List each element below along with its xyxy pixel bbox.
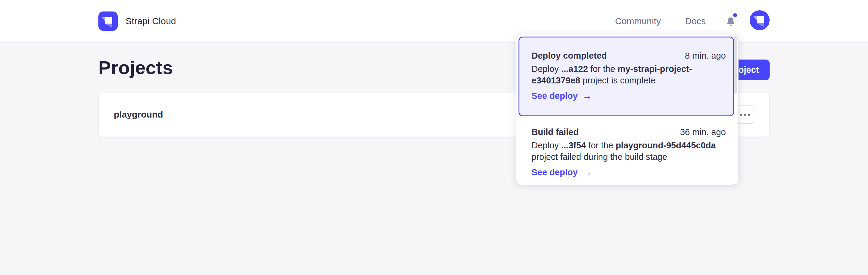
unread-indicator-dot	[733, 13, 737, 17]
page-title: Projects	[98, 57, 173, 78]
see-deploy-link[interactable]: See deploy →	[531, 167, 592, 177]
notification-timestamp: 36 min. ago	[680, 127, 726, 137]
notification-timestamp: 8 min. ago	[685, 51, 726, 61]
notification-item-build-failed[interactable]: Build failed 36 min. ago Deploy ...3f54 …	[519, 118, 734, 185]
user-avatar[interactable]	[750, 10, 770, 30]
project-more-options-button[interactable]	[736, 106, 754, 123]
notification-body: Deploy ...3f54 for the playground-95d445…	[531, 140, 726, 163]
project-name: playground	[114, 109, 163, 120]
notification-title: Build failed	[531, 127, 579, 137]
ellipsis-icon	[740, 114, 742, 116]
notifications-bell-button[interactable]	[723, 13, 739, 30]
strapi-avatar-icon	[750, 10, 770, 30]
see-deploy-link[interactable]: See deploy →	[531, 91, 592, 101]
notification-body: Deploy ...a122 for the my-strapi-project…	[531, 63, 726, 86]
arrow-right-icon: →	[583, 168, 592, 177]
bell-icon	[725, 16, 736, 28]
notifications-dropdown: Deploy completed 8 min. ago Deploy ...a1…	[516, 34, 739, 184]
brand-name: Strapi Cloud	[126, 16, 176, 26]
brand[interactable]: Strapi Cloud	[98, 11, 176, 31]
arrow-right-icon: →	[583, 91, 592, 101]
notification-item-deploy-completed[interactable]: Deploy completed 8 min. ago Deploy ...a1…	[519, 36, 734, 116]
notification-title: Deploy completed	[531, 51, 607, 61]
panel-scrollbar-thumb[interactable]	[734, 36, 737, 94]
strapi-logo-icon	[98, 11, 118, 31]
